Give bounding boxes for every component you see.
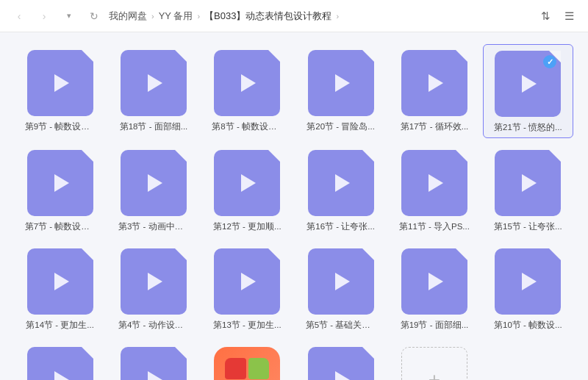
file-item[interactable]: 第9节 - 帧数设置... bbox=[15, 44, 105, 138]
file-item[interactable]: 命山素材包处理 bbox=[202, 341, 293, 380]
file-add-placeholder[interactable]: + bbox=[401, 347, 467, 380]
view-icon: ☰ bbox=[564, 10, 574, 23]
play-icon bbox=[148, 273, 162, 290]
toolbar-right: ⇅ ☰ bbox=[535, 6, 579, 26]
app-cell bbox=[225, 358, 246, 379]
play-icon bbox=[148, 74, 162, 92]
file-thumbnail bbox=[27, 248, 93, 315]
file-thumbnail bbox=[495, 150, 561, 216]
file-item[interactable]: 第14节 - 更加生... bbox=[15, 243, 105, 335]
file-item[interactable]: 第5节 - 基础关键... bbox=[295, 243, 386, 335]
forward-button[interactable]: › bbox=[34, 6, 54, 26]
file-name: 第13节 - 更加生... bbox=[213, 319, 282, 331]
file-doc-icon bbox=[27, 150, 93, 216]
file-doc-icon bbox=[214, 50, 280, 116]
file-name: 第15节 - 让夸张... bbox=[494, 221, 562, 232]
file-doc-icon bbox=[214, 150, 280, 216]
file-doc-icon bbox=[401, 248, 467, 315]
file-item[interactable]: 第20节 - 冒险岛... bbox=[295, 44, 386, 138]
file-item[interactable]: 第6节 - 帧动绘制... bbox=[108, 341, 198, 380]
play-icon bbox=[148, 174, 162, 192]
file-doc-icon bbox=[27, 347, 93, 380]
file-name: 第20节 - 冒险岛... bbox=[306, 121, 375, 132]
app-grid bbox=[225, 358, 269, 380]
file-grid-container: 第9节 - 帧数设置... 第18节 - 面部细... 第8节 - 帧数设置..… bbox=[0, 32, 588, 380]
file-name: 第9节 - 帧数设置... bbox=[25, 121, 96, 132]
file-item[interactable]: + bbox=[389, 341, 479, 380]
file-name: 第4节 - 动作设计... bbox=[118, 319, 189, 331]
file-item[interactable]: 第21节 - 愤怒的... bbox=[483, 44, 573, 138]
file-item[interactable]: 第19节 - 面部细... bbox=[389, 243, 479, 335]
back-icon: ‹ bbox=[18, 10, 21, 22]
sort-button[interactable]: ⇅ bbox=[535, 6, 556, 26]
play-icon bbox=[429, 174, 443, 192]
file-item[interactable]: 第4节 - 动作设计... bbox=[108, 243, 198, 335]
file-item[interactable]: 第16节 - 让夸张... bbox=[295, 144, 386, 237]
file-item[interactable]: 第7节 - 帧数设置... bbox=[15, 144, 105, 237]
breadcrumb-current[interactable]: 【B033】动态表情包设计教程 bbox=[204, 10, 331, 23]
play-icon bbox=[54, 74, 69, 92]
file-name: 第3节 - 动画中的... bbox=[118, 221, 189, 232]
play-icon bbox=[429, 74, 443, 92]
breadcrumb-yybackup[interactable]: YY 备用 bbox=[159, 10, 193, 23]
file-item[interactable]: 第10节 - 帧数设... bbox=[483, 243, 573, 335]
file-thumbnail bbox=[214, 248, 280, 315]
file-doc-icon bbox=[121, 150, 187, 216]
app-cell bbox=[248, 358, 270, 379]
breadcrumb-sep-1: › bbox=[151, 12, 154, 21]
file-thumbnail bbox=[401, 50, 467, 116]
file-doc-icon bbox=[401, 50, 467, 116]
refresh-button[interactable]: ↻ bbox=[84, 6, 104, 26]
file-thumbnail bbox=[121, 347, 187, 380]
file-doc-icon bbox=[308, 248, 374, 315]
file-name: 第5节 - 基础关键... bbox=[306, 319, 376, 331]
play-icon bbox=[335, 371, 350, 380]
file-thumbnail bbox=[495, 248, 561, 315]
file-name: 第8节 - 帧数设置... bbox=[212, 121, 282, 132]
file-item[interactable]: 第2节 - 素材的处... bbox=[15, 341, 105, 380]
breadcrumb-sep-2: › bbox=[197, 12, 200, 21]
file-name: 第11节 - 导入PS... bbox=[399, 221, 470, 232]
breadcrumb-mydisk[interactable]: 我的网盘 bbox=[109, 10, 147, 23]
add-icon[interactable]: + bbox=[401, 347, 467, 380]
file-doc-icon bbox=[121, 248, 187, 315]
file-item[interactable]: 第15节 - 让夸张... bbox=[483, 144, 573, 237]
back-button[interactable]: ‹ bbox=[9, 6, 29, 26]
file-item[interactable]: 第11节 - 导入PS... bbox=[389, 144, 479, 237]
play-icon bbox=[522, 174, 537, 192]
play-icon bbox=[241, 273, 256, 290]
file-doc-icon bbox=[27, 50, 93, 116]
play-icon bbox=[522, 273, 537, 290]
file-item[interactable]: 第12节 - 更加顺... bbox=[202, 144, 293, 237]
file-doc-icon bbox=[401, 150, 467, 216]
file-item[interactable]: 第17节 - 循环效... bbox=[389, 44, 479, 138]
file-name: 第14节 - 更加生... bbox=[26, 319, 94, 331]
file-item[interactable]: 第3节 - 动画中的... bbox=[108, 144, 198, 237]
view-button[interactable]: ☰ bbox=[559, 6, 579, 26]
file-name: 第7节 - 帧数设置... bbox=[25, 221, 96, 232]
file-thumbnail bbox=[401, 248, 467, 315]
file-app-icon bbox=[214, 347, 280, 380]
file-item[interactable]: 第18节 - 面部细... bbox=[108, 44, 198, 138]
file-thumbnail bbox=[308, 347, 374, 380]
play-icon bbox=[335, 74, 350, 92]
play-icon bbox=[54, 174, 69, 192]
file-item[interactable]: 第8节 - 帧数设置... bbox=[202, 44, 293, 138]
file-thumbnail bbox=[27, 50, 93, 116]
file-doc-icon bbox=[308, 50, 374, 116]
dropdown-button[interactable]: ▾ bbox=[59, 6, 79, 26]
file-item[interactable]: 第13节 - 更加生... bbox=[202, 243, 293, 335]
file-thumbnail bbox=[308, 150, 374, 216]
file-thumbnail bbox=[27, 150, 93, 216]
play-icon bbox=[54, 273, 69, 290]
file-grid: 第9节 - 帧数设置... 第18节 - 面部细... 第8节 - 帧数设置..… bbox=[15, 44, 573, 380]
play-icon bbox=[522, 75, 537, 93]
toolbar: ‹ › ▾ ↻ 我的网盘 › YY 备用 › 【B033】动态表情包设计教程 ›… bbox=[0, 0, 588, 32]
file-item[interactable]: 第1节 - 素材的处... bbox=[295, 341, 386, 380]
file-thumbnail bbox=[214, 50, 280, 116]
file-doc-icon bbox=[121, 50, 187, 116]
file-name: 第17节 - 循环效... bbox=[401, 121, 469, 132]
file-thumbnail bbox=[121, 248, 187, 315]
sort-icon: ⇅ bbox=[541, 10, 551, 23]
file-name: 第16节 - 让夸张... bbox=[306, 221, 375, 232]
